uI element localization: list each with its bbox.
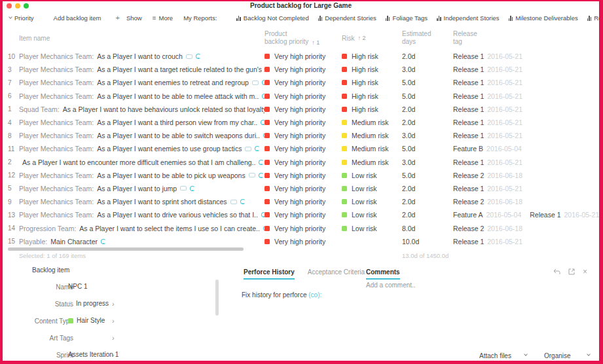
item-name: As a Player I want to have behaviours un… <box>63 105 265 113</box>
priority-cell: Very high priority <box>265 238 342 246</box>
team-prefix: Player Mechanics Team: <box>19 92 94 100</box>
app-window: Product backlog for Large Game Priority … <box>0 0 603 364</box>
table-row[interactable]: 1 Squad Team: As a Player I want to have… <box>3 103 599 116</box>
table-row[interactable]: 9 Player Mechanics Team: As a Player I w… <box>3 195 599 208</box>
perforce-link[interactable]: (co): <box>308 291 321 299</box>
chat-icon <box>255 146 260 151</box>
table-row[interactable]: 14 Progression Team: As a Player I want … <box>3 221 599 234</box>
column-header-priority[interactable]: Product backlog priority ↑ 1 <box>265 30 342 46</box>
horizontal-scrollbar[interactable] <box>8 247 244 251</box>
release-tag-cell: Release 1 2016-05-21 <box>453 185 599 192</box>
sprint-chevron[interactable]: › <box>112 352 115 358</box>
item-name-cell: Player Mechanics Team: As a Player I wan… <box>19 211 265 219</box>
team-prefix: Player Mechanics Team: <box>19 172 94 179</box>
tab-perforce-history[interactable]: Perforce History <box>244 268 295 280</box>
chat-icon <box>259 173 264 178</box>
risk-cell: Low risk <box>342 198 402 206</box>
table-row[interactable]: 3 Player Mechanics Team: As a Player I w… <box>3 63 599 76</box>
art-tags-chevron[interactable]: › <box>112 335 115 341</box>
risk-cell: High risk <box>342 65 402 73</box>
add-backlog-item-button[interactable]: Add backlog item <box>54 14 101 22</box>
item-name-cell: Squad Team: As a Player I want to have b… <box>19 105 265 113</box>
status-field-label: Status <box>16 300 73 308</box>
row-id: 5 <box>8 185 19 192</box>
report-label: Release 1 Status <box>594 14 603 22</box>
priority-label: Priority <box>14 14 34 22</box>
chevron-down-icon <box>9 15 12 19</box>
report-independent-stories[interactable]: Independent Stories <box>437 14 500 22</box>
row-id: 6 <box>8 92 19 100</box>
release-tag-cell: Release 2 2016-06-18 <box>453 225 599 232</box>
report-foliage-tags[interactable]: Foliage Tags <box>386 14 428 22</box>
tab-acceptance-criteria[interactable]: Acceptance Criteria <box>308 268 365 280</box>
sprint-field[interactable]: Assets Iteration 1 <box>68 351 119 358</box>
report-label: Backlog Not Completed <box>244 14 309 22</box>
item-name: As a Player I want to sprint short dista… <box>97 198 227 206</box>
status-field[interactable]: In progress <box>68 300 109 307</box>
risk-color-icon <box>342 173 347 178</box>
chevron-down-icon[interactable] <box>524 352 528 356</box>
show-dropdown[interactable]: Show <box>126 14 142 22</box>
item-name: As a Player I want to drive various vehi… <box>97 211 258 219</box>
close-icon[interactable]: × <box>583 268 587 275</box>
risk-cell: High risk <box>342 92 402 100</box>
priority-dropdown[interactable]: Priority <box>9 14 34 22</box>
name-field-value[interactable]: NPC 1 <box>68 283 87 290</box>
priority-color-icon <box>265 107 270 112</box>
table-row[interactable]: 4 Player Mechanics Team: As a Player I w… <box>3 116 599 129</box>
column-header-release-tag[interactable]: Release tag <box>453 30 599 46</box>
detail-vertical-scrollbar[interactable] <box>215 280 219 316</box>
column-header-risk[interactable]: Risk ↑ 2 <box>342 35 402 42</box>
content-type-chevron[interactable]: › <box>112 318 115 324</box>
table-row[interactable]: 11 Player Mechanics Team: As a Player I … <box>3 142 599 155</box>
content-type-field[interactable]: Hair Style <box>68 317 105 324</box>
risk-color-icon <box>342 67 347 72</box>
table-row[interactable]: 13 Player Mechanics Team: As a Player I … <box>3 208 599 221</box>
chevron-down-icon[interactable] <box>587 352 591 356</box>
status-chevron[interactable]: › <box>112 300 115 307</box>
item-name-cell: Player Mechanics Team: As a Player I wan… <box>19 145 265 153</box>
row-id: 9 <box>8 198 19 206</box>
priority-color-icon <box>265 199 270 204</box>
report-backlog-not-completed[interactable]: Backlog Not Completed <box>236 14 308 22</box>
column-header-estimated-days[interactable]: Estimated days <box>402 30 453 46</box>
column-header-item-name[interactable]: Item name <box>19 35 265 42</box>
risk-color-icon <box>342 146 347 151</box>
chat-icon <box>263 133 265 138</box>
priority-cell: Very high priority <box>265 79 342 86</box>
estimated-days-cell: 5.0d <box>402 92 453 100</box>
chat-icon <box>263 226 265 231</box>
risk-cell: High risk <box>342 105 402 113</box>
chat-icon <box>196 54 201 59</box>
more-button[interactable]: ≡ More <box>153 14 174 22</box>
organise-button[interactable]: Organise <box>544 352 571 359</box>
popout-icon[interactable] <box>568 268 575 275</box>
table-header: Item name Product backlog priority ↑ 1 R… <box>3 27 599 48</box>
table-row[interactable]: 15 Playable: Main Character Very high pr… <box>3 235 599 248</box>
row-id: 7 <box>8 79 19 86</box>
perforce-history-text: Fix history for perforce (co): <box>242 291 321 299</box>
sort-indicator-2: ↑ 2 <box>357 35 365 41</box>
table-row[interactable]: 7 Player Mechanics Team: As a Player I w… <box>3 76 599 89</box>
attach-files-button[interactable]: Attach files <box>479 352 511 359</box>
team-prefix: Player Mechanics Team: <box>19 211 94 219</box>
row-id: 10 <box>8 53 19 60</box>
report-release-1-status[interactable]: Release 1 Status <box>587 14 603 22</box>
risk-cell: Low risk <box>342 211 402 219</box>
add-button[interactable]: + <box>115 14 119 22</box>
table-row[interactable]: 6 Player Mechanics Team: As a Player I w… <box>3 90 599 103</box>
risk-color-icon <box>342 212 347 217</box>
team-prefix: Playable: <box>19 238 47 246</box>
jump-arrow-icon[interactable] <box>553 268 560 275</box>
item-name-cell: Player Mechanics Team: As a Player I wan… <box>19 198 265 206</box>
table-row[interactable]: 12 Player Mechanics Team: As a Player I … <box>3 169 599 182</box>
report-milestone-deliverables[interactable]: Milestone Deliverables <box>509 14 578 22</box>
table-row[interactable]: 10 Player Mechanics Team: As a Player I … <box>3 50 599 63</box>
report-dependent-stories[interactable]: Dependent Stories <box>318 14 376 22</box>
table-row[interactable]: 2 As a Player I want to encounter more d… <box>3 156 599 169</box>
risk-color-icon <box>342 160 347 165</box>
add-comment-input[interactable]: Add a comment.. <box>366 282 416 289</box>
table-row[interactable]: 8 Player Mechanics Team: As a Player I w… <box>3 129 599 142</box>
table-row[interactable]: 5 Player Mechanics Team: As a Player I w… <box>3 182 599 195</box>
note-icon <box>249 173 255 177</box>
